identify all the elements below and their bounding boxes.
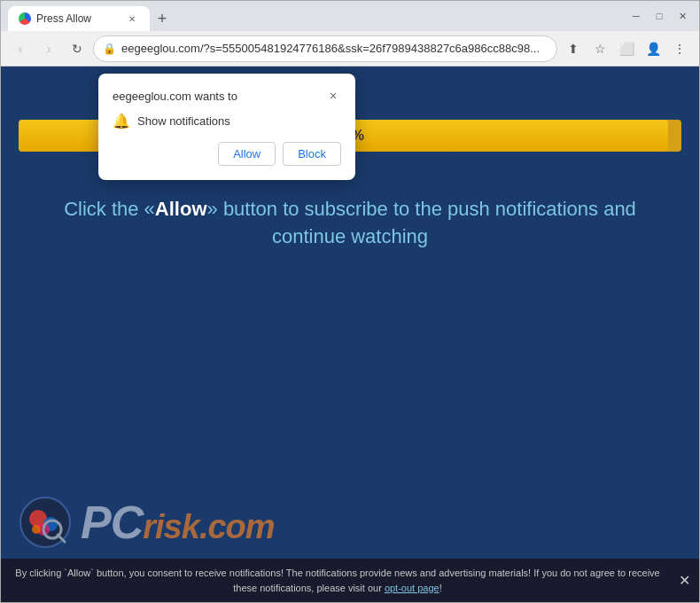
cookie-bar: By clicking `Allow` button, you consent … xyxy=(1,559,699,602)
main-message: Click the «Allow» button to subscribe to… xyxy=(1,178,699,269)
back-button[interactable]: ‹ xyxy=(8,36,33,61)
tab-title: Press Allow xyxy=(36,12,91,25)
browser-window: Press Allow ✕ + ─ □ ✕ ‹ › ↻ 🔒 eegeeglou.… xyxy=(0,0,700,603)
bookmark-button[interactable]: ☆ xyxy=(587,36,612,61)
refresh-button[interactable]: ↻ xyxy=(65,36,89,61)
popup-header: eegeeglou.com wants to × xyxy=(113,88,341,104)
popup-item-text: Show notifications xyxy=(137,114,230,128)
close-button[interactable]: ✕ xyxy=(673,6,692,26)
tab-favicon xyxy=(19,12,31,25)
notification-popup: eegeeglou.com wants to × 🔔 Show notifica… xyxy=(98,74,355,180)
allow-highlight: Allow xyxy=(155,198,207,220)
address-bar[interactable]: 🔒 eegeeglou.com/?s=555005481924776186&ss… xyxy=(93,35,557,62)
forward-button[interactable]: › xyxy=(36,36,61,61)
page-content: eegeeglou.com wants to × 🔔 Show notifica… xyxy=(1,67,699,602)
logo-area: PCrisk.com xyxy=(19,496,275,549)
cookie-text: By clicking `Allow` button, you consent … xyxy=(15,568,659,593)
logo-pc: PC xyxy=(81,497,143,548)
main-message-part2: » button to subscribe to the push notifi… xyxy=(207,198,636,247)
block-button[interactable]: Block xyxy=(283,142,341,166)
tab-area: Press Allow ✕ + xyxy=(8,1,616,31)
popup-close-button[interactable]: × xyxy=(325,88,341,104)
popup-item: 🔔 Show notifications xyxy=(113,113,341,129)
title-bar: Press Allow ✕ + ─ □ ✕ xyxy=(1,1,699,31)
bell-icon: 🔔 xyxy=(113,113,130,129)
opt-out-link[interactable]: opt-out page xyxy=(385,583,439,593)
nav-actions: ⬆ ☆ ⬜ 👤 ⋮ xyxy=(561,36,692,61)
logo-com: .com xyxy=(199,508,275,545)
lock-icon: 🔒 xyxy=(103,43,116,55)
address-text: eegeeglou.com/?s=555005481924776186&ssk=… xyxy=(121,42,548,55)
main-message-part1: Click the « xyxy=(64,198,155,220)
menu-button[interactable]: ⋮ xyxy=(667,36,692,61)
navigation-bar: ‹ › ↻ 🔒 eegeeglou.com/?s=555005481924776… xyxy=(1,31,699,67)
logo-risk: risk xyxy=(143,508,199,545)
window-controls: ─ □ ✕ xyxy=(626,6,692,26)
tab-close-button[interactable]: ✕ xyxy=(125,12,139,26)
share-button[interactable]: ⬆ xyxy=(561,36,586,61)
minimize-button[interactable]: ─ xyxy=(626,6,646,26)
extension-button[interactable]: ⬜ xyxy=(614,36,639,61)
pcrisk-logo-icon xyxy=(19,496,72,549)
new-tab-button[interactable]: + xyxy=(150,6,175,31)
popup-title: eegeeglou.com wants to xyxy=(113,90,237,103)
cookie-text-end: ! xyxy=(439,583,442,593)
popup-actions: Allow Block xyxy=(113,142,341,166)
allow-button[interactable]: Allow xyxy=(218,142,276,166)
logo-text: PCrisk.com xyxy=(81,496,275,549)
profile-button[interactable]: 👤 xyxy=(641,36,665,61)
active-tab[interactable]: Press Allow ✕ xyxy=(8,6,150,31)
cookie-close-button[interactable]: ✕ xyxy=(679,570,690,591)
maximize-button[interactable]: □ xyxy=(649,6,669,26)
svg-point-4 xyxy=(32,525,41,534)
